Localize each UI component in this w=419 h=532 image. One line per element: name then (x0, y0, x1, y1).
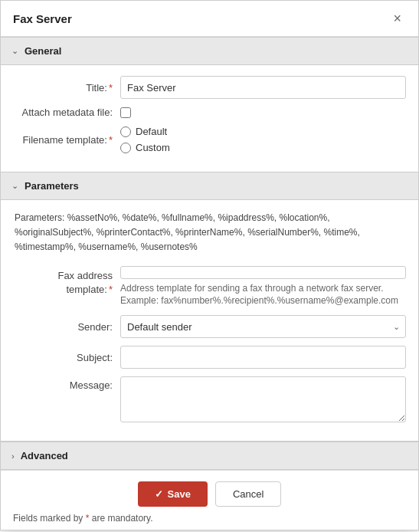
save-label: Save (168, 488, 191, 500)
sender-row: Sender: Default sender ⌄ (13, 315, 406, 338)
filename-default-row: Default (120, 126, 170, 137)
advanced-section: › Advanced (1, 441, 418, 470)
advanced-section-label: Advanced (21, 450, 68, 461)
fax-address-input[interactable] (120, 266, 406, 279)
filename-template-label: Filename template:* (13, 134, 120, 146)
save-button[interactable]: ✓ Save (138, 481, 208, 507)
parameters-section-header[interactable]: ⌄ Parameters (1, 172, 418, 200)
filename-template-row: Filename template:* Default Custom (13, 126, 406, 153)
attach-metadata-label: Attach metadata file: (13, 107, 120, 118)
filename-radio-group: Default Custom (120, 126, 170, 153)
attach-metadata-checkbox[interactable] (120, 107, 131, 118)
dialog-header: Fax Server × (1, 1, 418, 37)
message-label: Message: (13, 376, 120, 391)
filename-custom-row: Custom (120, 142, 170, 153)
title-label: Title:* (13, 82, 120, 94)
fax-address-row: Fax addresstemplate:* Address template f… (13, 266, 406, 308)
subject-input[interactable] (120, 346, 406, 369)
sender-select-wrapper: Default sender ⌄ (120, 315, 406, 338)
filename-custom-label: Custom (136, 142, 170, 153)
parameters-chevron-icon: ⌄ (11, 181, 18, 191)
mandatory-note: Fields marked by * are mandatory. (13, 513, 153, 524)
params-description: Parameters: %assetNo%, %date%, %fullname… (13, 211, 406, 255)
fax-address-label: Fax addresstemplate:* (13, 266, 120, 297)
dialog-title: Fax Server (13, 12, 72, 25)
subject-label: Subject: (13, 352, 120, 363)
fax-server-dialog: Fax Server × ⌄ General Title:* Attach me… (0, 0, 419, 530)
subject-row: Subject: (13, 346, 406, 369)
sender-label: Sender: (13, 321, 120, 333)
close-button[interactable]: × (388, 10, 406, 27)
message-textarea[interactable] (120, 376, 406, 422)
parameters-section-label: Parameters (25, 180, 79, 192)
filename-default-radio[interactable] (120, 126, 131, 137)
general-chevron-icon: ⌄ (11, 46, 18, 56)
advanced-section-header[interactable]: › Advanced (1, 442, 418, 470)
message-row: Message: (13, 376, 406, 422)
attach-metadata-row: Attach metadata file: (13, 107, 406, 118)
save-checkmark-icon: ✓ (155, 488, 163, 500)
general-section-label: General (25, 45, 61, 57)
filename-custom-radio[interactable] (120, 143, 131, 153)
advanced-chevron-icon: › (11, 452, 15, 461)
cancel-button[interactable]: Cancel (215, 481, 281, 507)
footer-buttons: ✓ Save Cancel (138, 481, 282, 507)
title-input[interactable] (120, 76, 406, 99)
dialog-footer: ✓ Save Cancel Fields marked by * are man… (1, 470, 418, 530)
general-section-header[interactable]: ⌄ General (1, 37, 418, 65)
parameters-section-content: Parameters: %assetNo%, %date%, %fullname… (1, 200, 418, 441)
sender-select[interactable]: Default sender (120, 315, 406, 338)
mandatory-star: * (86, 513, 90, 524)
dialog-body: ⌄ General Title:* Attach metadata file: … (1, 37, 418, 470)
general-section-content: Title:* Attach metadata file: Filename t… (1, 65, 418, 172)
filename-default-label: Default (136, 126, 167, 137)
title-row: Title:* (13, 76, 406, 99)
fax-address-right: Address template for sending a fax throu… (120, 266, 406, 308)
fax-address-hint: Address template for sending a fax throu… (120, 282, 406, 308)
